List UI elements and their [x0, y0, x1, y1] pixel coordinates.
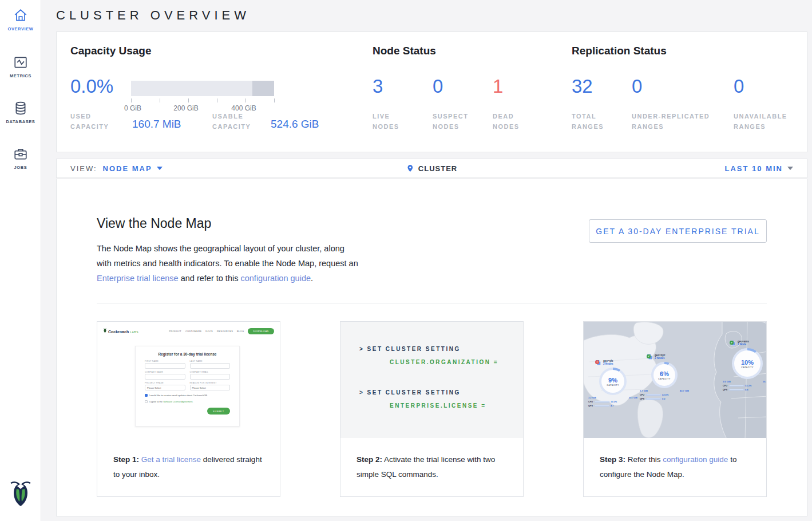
capacity-percent: 9% [608, 377, 617, 384]
mini-field-label: PROJECT PHASE [145, 382, 185, 384]
mini-logo-suffix: LABS [130, 330, 138, 334]
qps-bar [729, 389, 744, 391]
mini-input [145, 363, 185, 369]
sidebar-item-databases[interactable]: DATABASES [0, 101, 41, 124]
step3-caption: Step 3: Refer this configuration guide t… [584, 438, 766, 482]
used-capacity-value: 160.7 MiB [132, 118, 181, 131]
capacity-axis-tick [217, 98, 217, 102]
mini-nav-docs: DOCS [205, 330, 213, 333]
mini-cockroach-logo: Cockroach LABS [103, 328, 138, 334]
chevron-down-icon [157, 167, 163, 170]
total-ranges-label: TOTAL RANGES [572, 111, 617, 132]
mini-input [190, 374, 231, 380]
capacity-percent: 6% [660, 370, 669, 377]
locality-node-count: 2 Nodes [603, 362, 613, 365]
capacity-percent: 10% [741, 359, 754, 366]
configuration-guide-link[interactable]: configuration guide [240, 274, 311, 283]
mini-field-label: COMPANY EMAIL [190, 371, 231, 373]
capacity-caption: CAPACITY [658, 378, 671, 380]
chevron-down-icon [787, 167, 793, 170]
section-divider [97, 303, 767, 303]
capacity-axis-tick [131, 98, 132, 102]
view-selector-dropdown[interactable]: NODE MAP [103, 164, 163, 173]
step3-card: ! geo=sfo 2 Nodes 9% CAPACITY 3.2 GiB [583, 321, 767, 497]
capacity-bar-reserved-segment [252, 81, 274, 96]
qps-bar [595, 405, 609, 407]
enterprise-trial-license-link[interactable]: Enterprise trial license [97, 274, 179, 283]
live-node-badge: ✓ [647, 354, 651, 358]
sql-setting-name: ENTERPRISE.LICENSE = [390, 402, 523, 409]
description-text: . [311, 274, 313, 283]
capacity-used: 3.7 GiB [640, 389, 648, 392]
mini-input [145, 374, 185, 380]
capacity-used-percent: 0.0% [70, 76, 113, 97]
node-map-thumbnail: ! geo=sfo 2 Nodes 9% CAPACITY 3.2 GiB [584, 322, 766, 438]
sidebar-item-label: METRICS [0, 73, 41, 78]
view-selector-value: NODE MAP [103, 164, 152, 173]
step-number: Step 3: [600, 455, 625, 464]
used-capacity-label: USED CAPACITY [70, 111, 125, 132]
mini-select: Please Select [190, 385, 231, 390]
cpu-label: CPU [723, 385, 728, 387]
live-nodes-value: 3 [373, 76, 383, 97]
mini-field-label: REASON FOR INTEREST [190, 382, 231, 384]
node-map-description: The Node Map shows the geographical layo… [97, 241, 360, 286]
sql-setting-name: CLUSTER.ORGANIZATION = [390, 359, 523, 365]
step2-caption: Step 2: Activate the trial license with … [340, 438, 523, 482]
qps-bar [646, 398, 661, 400]
mini-download-button: DOWNLOAD [248, 328, 274, 334]
capacity-bar-chart [131, 81, 274, 96]
mini-nav-blog: BLOG [237, 330, 244, 333]
time-range-dropdown[interactable]: LAST 10 MIN [725, 164, 793, 173]
sidebar-item-metrics[interactable]: METRICS [0, 55, 41, 78]
node-map-panel: View the Node Map The Node Map shows the… [56, 179, 807, 516]
mini-checkbox-checked [145, 394, 148, 397]
location-pin-icon [406, 164, 414, 173]
mini-nav-product: PRODUCT [169, 330, 181, 333]
capacity-used: 3.6 GiB [723, 380, 731, 383]
capacity-axis [131, 98, 274, 102]
breadcrumb-cluster-label: CLUSTER [418, 164, 457, 173]
mini-checkbox-unchecked [145, 400, 148, 403]
capacity-axis-label-0: 0 GiB [124, 104, 141, 112]
map-locality-sfo: ! geo=sfo 2 Nodes 9% CAPACITY 3.2 GiB [588, 360, 637, 407]
view-toolbar: VIEW: NODE MAP CLUSTER LAST 10 MIN [56, 159, 807, 178]
mini-field-label: COMPANY NAME [145, 371, 185, 373]
cpu-bar [595, 401, 609, 403]
step1-caption: Step 1: Get a trial license delivered st… [97, 438, 280, 482]
capacity-axis-tick [274, 98, 275, 102]
capacity-total: 36.4 GiB [763, 380, 766, 383]
live-node-badge: ✓ [730, 341, 734, 345]
enterprise-trial-button[interactable]: GET A 30-DAY ENTERPRISE TRIAL [589, 219, 767, 243]
usable-capacity-value: 524.6 GiB [271, 118, 319, 131]
cluster-summary-panel: Capacity Usage 0.0% 0 GiB 200 GiB 400 Gi… [56, 31, 807, 152]
mini-select: Please Select [145, 385, 185, 390]
cpu-value: 53.3% [745, 384, 751, 387]
time-range-value: LAST 10 MIN [725, 164, 783, 173]
capacity-usage-title: Capacity Usage [70, 45, 152, 57]
sidebar-item-overview[interactable]: OVERVIEW [0, 8, 41, 31]
breadcrumb-cluster: CLUSTER [406, 164, 457, 173]
sql-statement: > SET CLUSTER SETTING [359, 346, 523, 352]
node-status-title: Node Status [373, 45, 436, 57]
map-locality-ams: ✓ geo=ams 1 Node 10% CAPACITY 3.6 GiB [723, 340, 766, 391]
dead-nodes-value: 1 [493, 76, 503, 97]
cpu-label: CPU [588, 401, 593, 403]
cpu-value: 42.5% [662, 393, 668, 396]
metrics-icon [13, 55, 28, 70]
capacity-axis-tick [245, 98, 246, 102]
get-trial-license-link[interactable]: Get a trial license [141, 455, 201, 464]
mini-form-title: Register for a 30-day trial license [145, 352, 230, 356]
node-map-heading: View the Node Map [97, 216, 211, 231]
sql-commands-thumbnail: > SET CLUSTER SETTING CLUSTER.ORGANIZATI… [340, 322, 523, 438]
cpu-value: 11.0% [611, 400, 617, 403]
unavailable-ranges-value: 0 [734, 76, 744, 97]
configuration-guide-link[interactable]: configuration guide [663, 455, 728, 464]
capacity-used: 3.2 GiB [588, 396, 596, 399]
sidebar-item-jobs[interactable]: JOBS [0, 147, 41, 170]
capacity-axis-label-200: 200 GiB [173, 104, 198, 112]
cpu-bar [646, 394, 661, 396]
capacity-caption: CAPACITY [741, 366, 754, 369]
cpu-label: CPU [640, 394, 645, 396]
mini-register-form: Register for a 30-day trial license FIRS… [135, 346, 240, 427]
